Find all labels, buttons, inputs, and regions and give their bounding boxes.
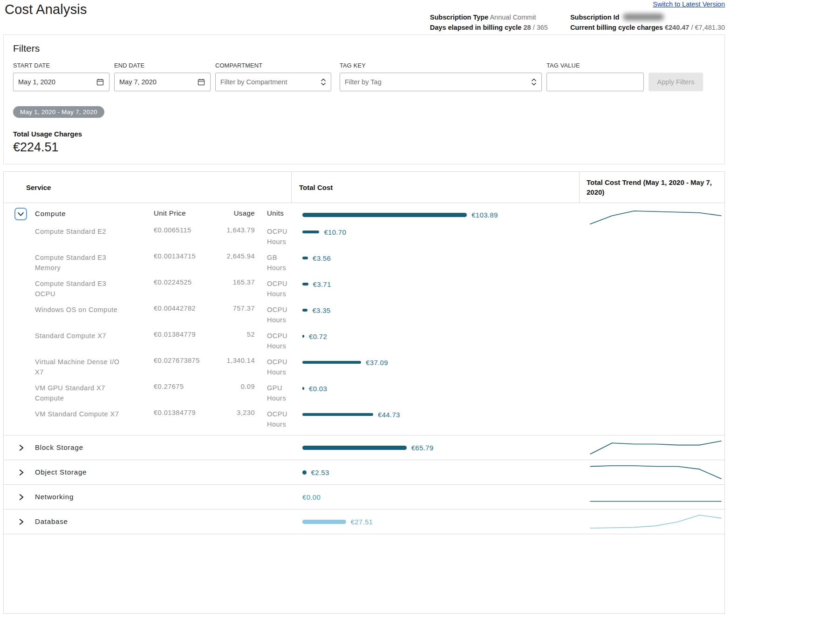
tag-value-input[interactable] [546, 73, 644, 91]
service-group-row[interactable]: Database€27.51 [4, 509, 724, 534]
service-name: Database [35, 517, 68, 525]
subscription-id-value-redacted [623, 14, 664, 20]
unit-price-header: Unit Price [154, 209, 186, 217]
subscription-type-value: Annual Commit [490, 14, 536, 21]
end-date-label: END DATE [114, 62, 211, 69]
start-date-value: May 1, 2020 [18, 78, 55, 86]
expand-chevron-icon[interactable] [18, 494, 25, 501]
service-group-row[interactable]: ComputeUnit PriceUsageUnits€103.89 [4, 203, 724, 226]
cost-value: €3.71 [313, 280, 331, 288]
child-usage: 165.37 [204, 278, 255, 286]
cost-bar [302, 283, 308, 285]
trend-sparkline [589, 514, 723, 530]
child-service-name: Standard Compute X7 [35, 331, 124, 341]
service-child-row: VM GPU Standard X7 Compute€0.276750.09GP… [4, 383, 724, 409]
cost-table: Service Total Cost Total Cost Trend (May… [3, 171, 725, 614]
child-service-name: Compute Standard E2 [35, 226, 124, 237]
cost-value: €103.89 [471, 211, 498, 219]
usage-header: Usage [204, 209, 255, 217]
table-header-row: Service Total Cost Total Cost Trend (May… [4, 172, 724, 203]
service-group-row[interactable]: Networking€0.00 [4, 485, 724, 509]
trend-cell [589, 210, 723, 225]
tag-key-placeholder: Filter by Tag [345, 78, 382, 86]
tag-key-field: TAG KEY Filter by Tag [340, 62, 542, 91]
service-group-expanded: ComputeUnit PriceUsageUnits€103.89Comput… [4, 203, 724, 435]
trend-cell [589, 440, 723, 455]
days-elapsed-label: Days elapsed in billing cycle [430, 24, 522, 31]
child-usage: 52 [204, 331, 255, 338]
cost-value: €2.53 [311, 469, 329, 476]
service-child-row: VM Standard Compute X7€0.013847793,230OC… [4, 409, 724, 435]
billing-charges-total: / €7,481.30 [691, 24, 725, 31]
service-child-row: Standard Compute X7€0.0138477952OCPU Hou… [4, 331, 724, 357]
end-date-field: END DATE May 7, 2020 [114, 62, 211, 91]
collapse-chevron-icon[interactable] [14, 208, 27, 220]
cost-bar [302, 231, 319, 233]
child-service-name: Compute Standard E3 Memory [35, 252, 124, 273]
start-date-input[interactable]: May 1, 2020 [13, 73, 109, 91]
child-unit-price: €0.0065115 [154, 226, 191, 234]
tag-key-select[interactable]: Filter by Tag [340, 73, 542, 91]
child-usage: 1,340.14 [204, 357, 255, 364]
apply-filters-wrap: Apply Filters [649, 73, 703, 91]
cost-value: €37.09 [366, 359, 388, 367]
total-cost-cell: €10.70 [302, 227, 346, 237]
trend-sparkline [589, 210, 723, 225]
child-usage: 3,230 [204, 409, 255, 416]
total-cost-cell: €103.89 [302, 203, 498, 226]
child-units: OCPU Hours [267, 305, 295, 326]
service-name: Networking [35, 493, 74, 501]
total-cost-cell: €0.03 [302, 384, 327, 393]
billing-charges-label: Current billing cycle charges [570, 24, 663, 31]
total-cost-column-label: Total Cost [299, 183, 333, 191]
service-child-row: Compute Standard E2€0.00651151,643.79OCP… [4, 226, 724, 252]
filters-panel: Filters START DATE May 1, 2020 END DATE … [3, 34, 725, 164]
expand-chevron-icon[interactable] [18, 444, 25, 452]
expand-chevron-icon[interactable] [18, 518, 25, 526]
expand-chevron-icon[interactable] [18, 469, 25, 476]
total-cost-cell: €3.35 [302, 306, 330, 315]
compartment-placeholder: Filter by Compartment [220, 78, 287, 86]
service-child-row: Virtual Machine Dense I/O X7€0.027673875… [4, 357, 724, 383]
days-elapsed: Days elapsed in billing cycle 28 / 365 [430, 24, 548, 31]
page-header: Cost Analysis Switch to Latest Version S… [3, 0, 725, 34]
end-date-input[interactable]: May 7, 2020 [114, 73, 211, 91]
cost-bar [302, 446, 407, 450]
calendar-icon[interactable] [96, 78, 104, 86]
apply-filters-button[interactable]: Apply Filters [649, 73, 703, 91]
service-column-header: Service [4, 172, 292, 203]
child-usage: 757.37 [204, 305, 255, 312]
calendar-icon[interactable] [197, 78, 205, 86]
cost-value: €3.56 [313, 254, 331, 262]
total-usage-value: €224.51 [13, 140, 715, 155]
cost-bar [302, 213, 467, 217]
cost-value: €65.79 [411, 444, 434, 452]
trend-column-label: Total Cost Trend (May 1, 2020 - May 7, 2… [587, 177, 720, 197]
cost-bar [302, 387, 304, 390]
total-cost-cell: €37.09 [302, 358, 388, 367]
child-unit-price: €0.01384779 [154, 409, 196, 416]
child-service-name: Windows OS on Compute [35, 305, 124, 315]
total-cost-cell: €0.00 [302, 485, 321, 509]
service-name: Block Storage [35, 443, 83, 451]
child-service-name: VM Standard Compute X7 [35, 409, 124, 419]
total-cost-cell: €2.53 [302, 460, 329, 484]
subscription-id-label: Subscription Id [570, 14, 620, 21]
filters-heading: Filters [13, 43, 715, 54]
service-name: Object Storage [35, 468, 87, 476]
child-unit-price: €0.0224525 [154, 278, 192, 286]
cost-value: €44.73 [378, 411, 400, 419]
compartment-select[interactable]: Filter by Compartment [215, 73, 331, 91]
child-units: OCPU Hours [267, 357, 295, 378]
child-units: GPU Hours [267, 383, 295, 404]
days-elapsed-value: 28 [523, 24, 531, 31]
service-group-row[interactable]: Block Storage€65.79 [4, 435, 724, 460]
child-unit-price: €0.01384779 [154, 331, 196, 338]
tag-key-label: TAG KEY [340, 62, 542, 69]
cost-value: €0.03 [309, 385, 327, 393]
service-group-row[interactable]: Object Storage€2.53 [4, 460, 724, 485]
total-cost-cell: €65.79 [302, 435, 433, 460]
date-range-chip: May 1, 2020 - May 7, 2020 [13, 106, 104, 118]
switch-version-link[interactable]: Switch to Latest Version [653, 0, 725, 8]
units-header: Units [267, 209, 284, 217]
